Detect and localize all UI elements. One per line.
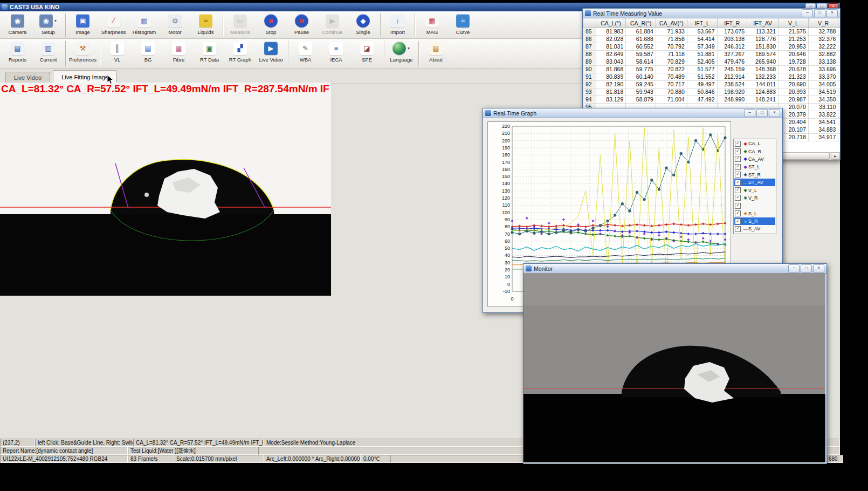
toolbar-button-fibre[interactable]: ▦Fibre [163,39,194,68]
table-row[interactable]: 8682.02861.68871.85854.414203.138128.776… [583,36,841,43]
toolbar-button-camera[interactable]: ◉Camera [2,12,33,38]
toolbar-button-about[interactable]: ▤About [421,39,451,68]
column-header[interactable]: V_R [808,18,838,28]
toolbar-button-setup[interactable]: ◉▼Setup [33,12,64,38]
column-header[interactable]: V_ [838,18,840,28]
legend-item[interactable]: ✓ [734,202,775,209]
legend-item-st-av[interactable]: ✓—ST_AV [734,179,775,186]
table-cell [838,119,840,126]
table-row[interactable]: 9381.81859.94370.88050.846198.920124.883… [583,88,841,96]
toolbar-button-motor[interactable]: ⚙Motor [160,12,190,38]
table-cell: 71.004 [656,96,687,104]
toolbar-button-rt-data[interactable]: ▣RT Data [194,39,225,68]
column-header[interactable]: IFT_L [687,18,717,28]
legend-checkbox[interactable]: ✓ [735,195,741,201]
table-row[interactable]: 9282.19059.24570.71749.497238.524144.011… [583,81,841,88]
svg-text:100: 100 [502,210,510,215]
column-header[interactable]: CA_L(°) [596,18,626,28]
legend-item-ca-r[interactable]: ✓◆CA_R [734,147,775,155]
legend-item-ca-av[interactable]: ✓◆CA_AV [734,155,775,163]
table-row[interactable]: 8781.03160.55270.79257.349246.312151.830… [583,43,841,51]
measure-minimize-button[interactable]: – [802,9,813,17]
language-dropdown-arrow[interactable]: ▼ [407,46,410,50]
toolbar-button-language[interactable]: ▼Language [386,39,417,68]
measure-window-titlebar[interactable]: Real Time Measuring Value – □ × [583,9,840,18]
legend-checkbox[interactable]: ✓ [735,164,741,170]
toolbar-button-curve[interactable]: ≈Curve [447,12,478,38]
toolbar-button-single[interactable]: ◆Single [348,12,378,38]
legend-item-v-l[interactable]: ✓◆V_L [734,186,775,194]
legend-checkbox[interactable]: ✓ [735,203,741,209]
toolbar-button-image[interactable]: ▣Image [67,12,98,38]
toolbar-button-current[interactable]: ▥Current [33,39,64,68]
toolbar-button-stop[interactable]: ■Stop [256,12,286,38]
tab-live-video[interactable]: Live Video [5,72,50,84]
toolbar-button-live-video[interactable]: ▶Live Video [256,39,286,68]
table-row[interactable]: 8882.64959.58771.11851.881327.267189.574… [583,51,841,58]
monitor-maximize-button[interactable]: □ [801,264,812,272]
toolbar-button-bg[interactable]: ▤BG [133,39,163,68]
setup-dropdown-arrow[interactable]: ▼ [54,19,57,23]
toolbar-button-pause[interactable]: ▮▮Pause [286,12,317,38]
toolbar-button-reports[interactable]: ▤Reports [2,39,33,68]
monitor-close-button[interactable]: × [813,264,824,272]
legend-checkbox[interactable]: ✓ [735,141,741,147]
graph-minimize-button[interactable]: – [744,109,755,117]
legend-checkbox[interactable]: ✓ [735,172,741,178]
live-fitting-image-panel[interactable]: CA_L=81.32° CA_R=57.52° IFT_L=49.49mN/m … [0,83,331,296]
toolbar-button-sharpness[interactable]: ∕Sharpness [98,12,129,38]
table-row[interactable]: 9483.12958.87971.00447.492248.990148.241… [583,96,841,104]
table-row[interactable]: 9180.83960.14070.48951.552212.914132.233… [583,73,841,81]
legend-item-st-l[interactable]: ✓◆ST_L [734,163,775,171]
toolbar-button-mag[interactable]: ▦MAG [417,12,447,38]
legend-item-s-r[interactable]: ✓◆S_R [734,217,775,225]
legend-item-st-r[interactable]: ✓◆ST_R [734,171,775,179]
legend-checkbox[interactable]: ✓ [735,187,741,193]
column-header[interactable] [583,18,596,28]
legend-marker: ◆ [742,172,748,177]
live-drop-image[interactable] [0,83,331,296]
toolbar-button-liquids[interactable]: ≈Liquids [190,12,221,38]
legend-checkbox[interactable]: ✓ [735,148,741,154]
toolbar-button-ieca[interactable]: ≡IECA [321,39,352,68]
toolbar-separator [223,13,223,37]
monitor-window-titlebar[interactable]: Monitor – □ × [523,264,826,274]
legend-checkbox[interactable]: ✓ [735,226,741,232]
legend-checkbox[interactable]: ✓ [735,210,741,216]
scroll-right-arrow[interactable]: ► [831,153,840,160]
toolbar-button-import[interactable]: ↓Import [382,12,413,38]
toolbar-button-rt-graph[interactable]: ▞RT Graph [225,39,256,68]
table-row[interactable]: 9081.86859.77570.82251.577245.159148.368… [583,66,841,73]
legend-checkbox[interactable]: ✓ [735,156,741,162]
toolbar-button-preferences[interactable]: ⚒Preferences [67,39,98,68]
table-cell [838,66,840,73]
monitor-minimize-button[interactable]: – [788,264,800,272]
graph-close-button[interactable]: × [769,109,780,117]
legend-item-s-l[interactable]: ✓◆S_L [734,210,775,217]
graph-maximize-button[interactable]: □ [756,109,768,117]
toolbar-button-histogram[interactable]: ▥Histogram [129,12,160,38]
measure-close-button[interactable]: × [826,9,838,17]
graph-window-titlebar[interactable]: Real-Time Graph – □ × [483,108,782,118]
column-header[interactable]: CA_R(°) [626,18,656,28]
table-cell: 189.574 [747,51,779,58]
table-cell: 327.267 [717,51,747,58]
measure-maximize-button[interactable]: □ [814,9,825,17]
toolbar-separator [380,13,381,37]
legend-checkbox[interactable]: ✓ [735,219,741,224]
legend-item-ca-l[interactable]: ✓◆CA_L [734,140,775,147]
svg-text:0: 0 [507,282,510,287]
toolbar-button-sfe[interactable]: ◪SFE [352,39,382,68]
column-header[interactable]: IFT_R [717,18,747,28]
column-header[interactable]: IFT_AV [747,18,779,28]
table-row[interactable]: 8983.04358.61470.82952.405479.476265.940… [583,58,841,66]
table-cell: 265.940 [747,58,779,66]
legend-item-s-av[interactable]: ✓—S_AV [734,225,775,233]
table-row[interactable]: 8581.98361.88471.93353.567173.075113.321… [583,28,841,36]
column-header[interactable]: CA_AV(°) [656,18,687,28]
legend-item-v-r[interactable]: ✓◆V_R [734,194,775,202]
toolbar-button-vl[interactable]: ║VL [102,39,133,68]
column-header[interactable]: V_L [779,18,809,28]
toolbar-button-wba[interactable]: ✎WBA [290,39,321,68]
legend-checkbox[interactable]: ✓ [735,180,741,186]
